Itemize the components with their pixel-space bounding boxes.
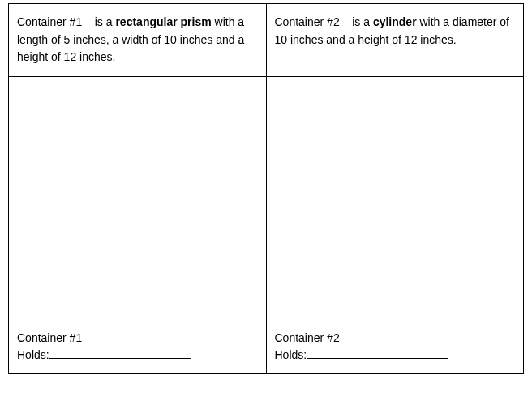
container-2-holds-blank (307, 348, 448, 359)
container-2-desc-pre: Container #2 – is a (275, 15, 373, 28)
container-1-holds-label: Holds: (17, 348, 49, 361)
container-2-label: Container #2 (275, 330, 516, 347)
container-1-holds-line: Holds: (17, 347, 258, 364)
container-1-holds-blank (49, 348, 191, 359)
container-1-description-cell: Container #1 – is a rectangular prism wi… (9, 4, 267, 77)
container-2-work-area (266, 77, 524, 320)
container-1-holds-cell: Container #1 Holds: (9, 320, 267, 374)
container-2-shape-term: cylinder (373, 15, 417, 28)
container-2-holds-label: Holds: (275, 348, 307, 361)
container-1-desc-pre: Container #1 – is a (17, 15, 115, 28)
container-1-label: Container #1 (17, 330, 258, 347)
container-2-holds-line: Holds: (275, 347, 516, 364)
container-1-shape-term: rectangular prism (115, 15, 211, 28)
container-2-description-cell: Container #2 – is a cylinder with a diam… (266, 4, 524, 77)
container-comparison-table: Container #1 – is a rectangular prism wi… (8, 3, 524, 374)
container-2-holds-cell: Container #2 Holds: (266, 320, 524, 374)
container-1-work-area (9, 77, 267, 320)
